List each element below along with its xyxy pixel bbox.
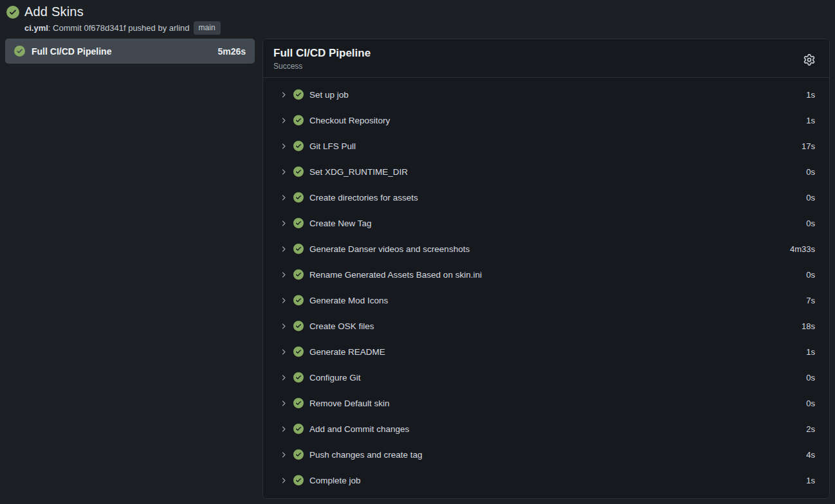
chevron-right-icon[interactable] (279, 476, 288, 485)
check-circle-icon (293, 398, 304, 408)
chevron-right-icon[interactable] (279, 322, 288, 330)
chevron-right-icon[interactable] (279, 451, 288, 459)
branch-badge[interactable]: main (194, 21, 221, 35)
job-detail-header: Full CI/CD Pipeline Success (263, 39, 829, 78)
step-label: Rename Generated Assets Based on skin.in… (309, 270, 806, 280)
step-row[interactable]: Create New Tag 0s (263, 210, 829, 236)
check-circle-icon (293, 89, 304, 100)
step-duration: 2s (806, 424, 815, 434)
chevron-right-icon[interactable] (279, 296, 288, 305)
sidebar-job-full-cicd-pipeline[interactable]: Full CI/CD Pipeline 5m26s (5, 39, 255, 64)
step-duration: 0s (806, 270, 815, 280)
step-row[interactable]: Create OSK files 18s (263, 313, 829, 339)
chevron-right-icon[interactable] (279, 168, 288, 176)
step-duration: 1s (806, 347, 815, 357)
step-label: Generate Mod Icons (309, 296, 806, 305)
step-row[interactable]: Create directories for assets 0s (263, 184, 829, 210)
step-row[interactable]: Push changes and create tag 4s (263, 442, 829, 467)
step-duration: 4s (806, 450, 815, 460)
check-circle-icon (293, 346, 304, 357)
step-duration: 7s (806, 296, 815, 305)
step-label: Complete job (309, 476, 806, 485)
check-circle-icon (293, 475, 304, 485)
steps-list: Set up job 1s Checkout Repository 1s Git… (263, 78, 829, 498)
step-duration: 1s (806, 90, 815, 100)
commit-info-text: : Commit 0f678d341f pushed by arlind (48, 23, 190, 33)
run-subtitle: ci.yml: Commit 0f678d341f pushed by arli… (24, 21, 829, 35)
step-label: Push changes and create tag (309, 450, 806, 460)
chevron-right-icon[interactable] (279, 194, 288, 202)
chevron-right-icon[interactable] (279, 116, 288, 125)
step-label: Generate README (309, 347, 806, 357)
step-row[interactable]: Rename Generated Assets Based on skin.in… (263, 262, 829, 287)
check-circle-icon (293, 372, 304, 382)
job-duration: 5m26s (217, 46, 246, 57)
chevron-right-icon[interactable] (279, 425, 288, 433)
workflow-file-bold: ci.yml (24, 23, 48, 33)
step-label: Create OSK files (309, 321, 802, 331)
chevron-right-icon[interactable] (279, 219, 288, 228)
step-duration: 0s (806, 373, 815, 382)
check-circle-icon (293, 295, 304, 305)
chevron-right-icon[interactable] (279, 245, 288, 253)
step-row[interactable]: Set up job 1s (263, 82, 829, 107)
chevron-right-icon[interactable] (279, 142, 288, 150)
chevron-right-icon[interactable] (279, 348, 288, 356)
check-circle-icon (293, 115, 304, 125)
step-duration: 18s (802, 321, 815, 331)
job-status-text: Success (273, 62, 371, 71)
step-label: Checkout Repository (309, 116, 806, 125)
step-row[interactable]: Generate README 1s (263, 339, 829, 364)
check-circle-icon (293, 218, 304, 228)
check-circle-icon (293, 141, 304, 151)
job-detail-title: Full CI/CD Pipeline (273, 46, 371, 60)
job-detail-panel: Full CI/CD Pipeline Success Set up job 1… (262, 39, 830, 499)
step-row[interactable]: Generate Danser videos and screenshots 4… (263, 236, 829, 262)
check-circle-icon (14, 46, 25, 57)
job-detail-titles: Full CI/CD Pipeline Success (273, 46, 371, 71)
step-label: Set up job (309, 90, 806, 100)
check-circle-icon (293, 321, 304, 331)
step-row[interactable]: Remove Default skin 0s (263, 390, 829, 416)
run-header: Add Skins ci.yml: Commit 0f678d341f push… (0, 0, 835, 39)
workflow-file-name: ci.yml: Commit 0f678d341f pushed by arli… (24, 23, 190, 33)
step-duration: 0s (806, 399, 815, 408)
chevron-right-icon[interactable] (279, 399, 288, 408)
step-duration: 0s (806, 193, 815, 203)
step-row[interactable]: Add and Commit changes 2s (263, 416, 829, 442)
step-label: Configure Git (309, 373, 806, 382)
step-row[interactable]: Configure Git 0s (263, 364, 829, 390)
run-content: Full CI/CD Pipeline 5m26s Full CI/CD Pip… (0, 39, 835, 499)
gear-icon[interactable] (801, 51, 818, 68)
step-duration: 0s (806, 219, 815, 228)
step-label: Git LFS Pull (309, 141, 802, 151)
check-circle-icon (293, 192, 304, 203)
page-title: Add Skins (24, 4, 84, 19)
step-label: Generate Danser videos and screenshots (309, 244, 790, 254)
step-duration: 1s (806, 476, 815, 485)
check-circle-icon (293, 449, 304, 460)
step-row[interactable]: Complete job 1s (263, 467, 829, 493)
chevron-right-icon[interactable] (279, 374, 288, 382)
check-circle-icon (293, 424, 304, 434)
step-duration: 4m33s (790, 244, 815, 254)
job-name: Full CI/CD Pipeline (32, 46, 211, 57)
step-label: Remove Default skin (309, 399, 806, 408)
step-duration: 1s (806, 116, 815, 125)
check-circle-icon (293, 166, 304, 177)
step-duration: 17s (802, 141, 815, 151)
step-row[interactable]: Checkout Repository 1s (263, 107, 829, 133)
chevron-right-icon[interactable] (279, 271, 288, 279)
step-label: Set XDG_RUNTIME_DIR (309, 167, 806, 177)
step-row[interactable]: Generate Mod Icons 7s (263, 287, 829, 313)
check-circle-icon (293, 244, 304, 254)
step-row[interactable]: Git LFS Pull 17s (263, 133, 829, 159)
check-circle-icon (6, 6, 19, 19)
step-label: Create New Tag (309, 219, 806, 228)
step-label: Add and Commit changes (309, 424, 806, 434)
step-row[interactable]: Set XDG_RUNTIME_DIR 0s (263, 159, 829, 184)
step-duration: 0s (806, 167, 815, 177)
chevron-right-icon[interactable] (279, 91, 288, 99)
step-label: Create directories for assets (309, 193, 806, 203)
check-circle-icon (293, 269, 304, 280)
